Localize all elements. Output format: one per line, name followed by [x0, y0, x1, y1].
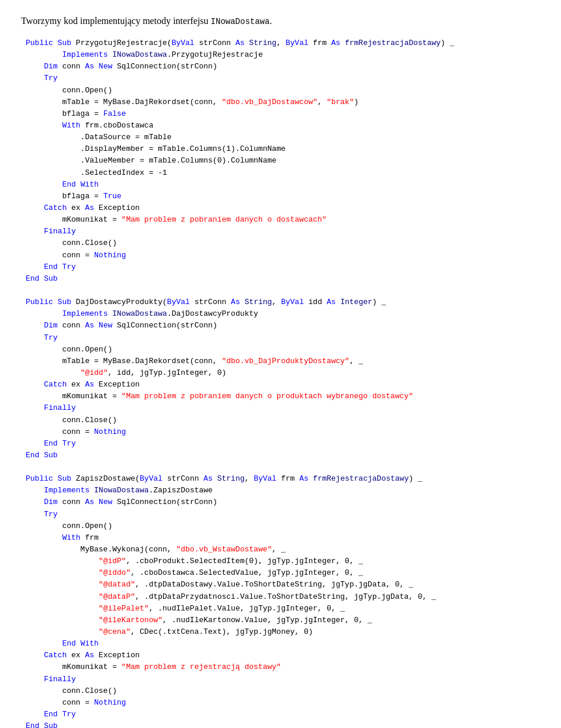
interface-name: INowaDostawa	[211, 17, 270, 26]
intro-text-after: .	[269, 16, 272, 26]
intro-text-before: Tworzymy kod implementujący metody inter…	[21, 16, 211, 26]
intro-paragraph: Tworzymy kod implementujący metody inter…	[21, 14, 540, 28]
code-block-1: Public Sub PrzygotujRejestracje(ByVal st…	[21, 37, 540, 728]
